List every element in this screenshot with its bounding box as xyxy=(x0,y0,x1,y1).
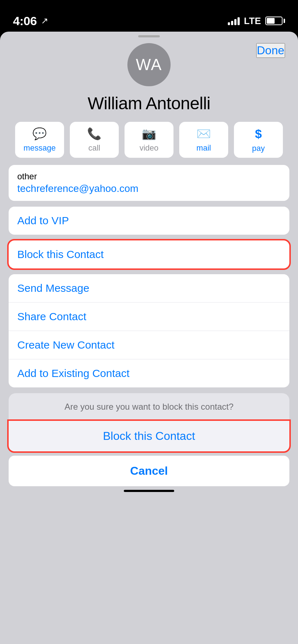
action-buttons-row: 💬 message 📞 call 📷 video ✉️ mail $ pay xyxy=(0,122,298,165)
status-bar: 4:06 ↗ LTE xyxy=(0,0,298,32)
contact-sheet: Done WA William Antonelli 💬 message 📞 ca… xyxy=(0,32,298,644)
block-contact-section: Block this Contact xyxy=(9,240,289,268)
mail-button[interactable]: ✉️ mail xyxy=(179,122,228,158)
status-indicators: LTE xyxy=(228,15,285,27)
email-label: other xyxy=(17,171,281,181)
contact-name: William Antonelli xyxy=(13,93,285,113)
more-actions-section: Send Message Share Contact Create New Co… xyxy=(9,274,289,387)
pay-button[interactable]: $ pay xyxy=(234,122,283,158)
avatar-initials: WA xyxy=(136,56,162,74)
signal-bars xyxy=(228,17,240,25)
message-icon: 💬 xyxy=(32,127,47,141)
call-icon: 📞 xyxy=(87,127,101,141)
video-button[interactable]: 📷 video xyxy=(125,122,173,158)
location-icon: ↗ xyxy=(41,16,48,26)
home-indicator xyxy=(124,490,174,492)
confirmation-message: Are you sure you want to block this cont… xyxy=(9,393,289,421)
add-to-vip-item[interactable]: Add to VIP xyxy=(9,207,289,235)
message-label: message xyxy=(23,143,55,153)
call-button[interactable]: 📞 call xyxy=(70,122,119,158)
email-info-section: other techreference@yahoo.com xyxy=(9,165,289,201)
block-confirmation-sheet: Are you sure you want to block this cont… xyxy=(9,393,289,451)
call-label: call xyxy=(88,143,100,153)
add-to-existing-item[interactable]: Add to Existing Contact xyxy=(9,359,289,387)
email-value: techreference@yahoo.com xyxy=(17,183,281,194)
status-time: 4:06 xyxy=(13,14,37,28)
cancel-button[interactable]: Cancel xyxy=(9,456,289,486)
block-contact-item[interactable]: Block this Contact xyxy=(9,240,289,268)
battery-indicator xyxy=(265,17,285,25)
message-button[interactable]: 💬 message xyxy=(15,122,64,158)
video-label: video xyxy=(140,143,159,153)
confirm-block-button[interactable]: Block this Contact xyxy=(9,421,289,451)
share-contact-item[interactable]: Share Contact xyxy=(9,303,289,331)
send-message-item[interactable]: Send Message xyxy=(9,274,289,303)
mail-label: mail xyxy=(197,143,211,153)
pay-icon: $ xyxy=(255,127,262,141)
create-new-contact-item[interactable]: Create New Contact xyxy=(9,331,289,359)
vip-section: Add to VIP xyxy=(9,207,289,235)
mail-icon: ✉️ xyxy=(197,127,211,141)
email-row[interactable]: other techreference@yahoo.com xyxy=(9,165,289,201)
video-icon: 📷 xyxy=(142,127,156,141)
network-type: LTE xyxy=(244,15,261,27)
pay-label: pay xyxy=(252,144,265,153)
contact-header: Done WA William Antonelli xyxy=(0,37,298,122)
avatar: WA xyxy=(127,43,171,86)
done-button[interactable]: Done xyxy=(256,43,285,58)
